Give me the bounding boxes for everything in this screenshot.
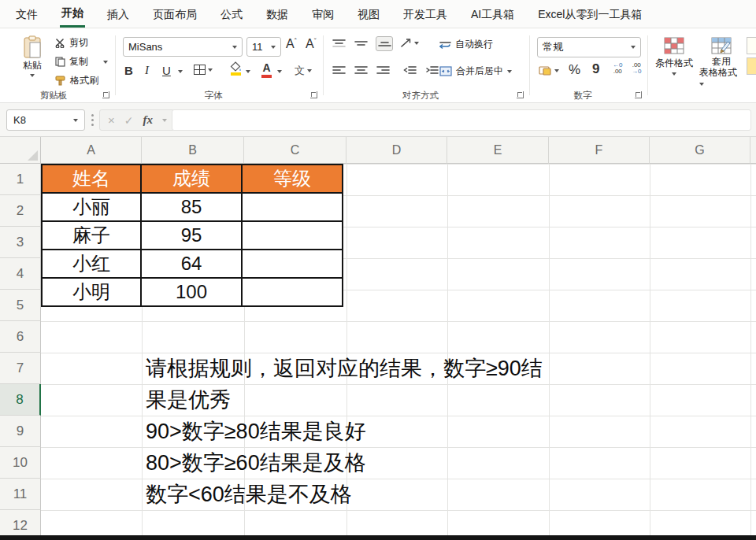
menu-tab-ai-toolbox[interactable]: AI工具箱 [469, 2, 516, 27]
shrink-font-button[interactable]: Aˇ [306, 37, 317, 51]
alignment-dialog-launcher-icon[interactable] [517, 91, 524, 98]
cell-styles-gallery-partial[interactable] [747, 37, 756, 75]
wrap-text-button[interactable]: 自动换行 [439, 38, 493, 51]
increase-decimal-button[interactable]: ←0 .00 [613, 62, 622, 75]
cell-b4[interactable]: 64 [141, 250, 242, 278]
font-color-button[interactable]: A [261, 61, 272, 78]
row-header-5[interactable]: 5 [0, 290, 41, 321]
number-format-value: 常规 [543, 40, 563, 54]
cell-b2[interactable]: 85 [141, 193, 242, 221]
valign-top-button[interactable] [332, 39, 346, 48]
font-group-label: 字体 [123, 90, 304, 102]
cell-a4[interactable]: 小红 [42, 250, 141, 278]
menu-tab-excel-toolbox[interactable]: Excel从零到一工具箱 [536, 2, 643, 27]
cell-b1[interactable]: 成绩 [141, 165, 242, 193]
row-header-9[interactable]: 9 [0, 416, 41, 447]
row-header-12[interactable]: 12 [0, 510, 41, 535]
cell-c2[interactable] [242, 193, 343, 221]
formula-enter-button[interactable]: ✓ [124, 114, 134, 127]
menu-tab-page-layout[interactable]: 页面布局 [151, 2, 198, 27]
row-header-4[interactable]: 4 [0, 258, 41, 290]
cell-c3[interactable] [242, 221, 343, 250]
number-format-select[interactable]: 常规 [537, 37, 641, 57]
accounting-format-icon [539, 65, 552, 76]
text-orientation-button[interactable] [400, 39, 419, 48]
cell-b5[interactable]: 100 [141, 278, 242, 306]
valign-middle-button[interactable] [354, 39, 368, 48]
formula-input[interactable] [172, 109, 751, 131]
merge-center-button[interactable]: 合并后居中 [439, 65, 512, 78]
menu-tab-data[interactable]: 数据 [265, 2, 290, 27]
row-header-6[interactable]: 6 [0, 321, 41, 353]
column-header-f[interactable]: F [549, 137, 650, 164]
name-box[interactable]: K8 [6, 109, 85, 131]
comma-style-button[interactable]: 9 [592, 61, 599, 77]
underline-button[interactable]: U [162, 64, 171, 77]
accounting-format-button[interactable] [539, 65, 559, 76]
phonetic-guide-button[interactable]: 文 [295, 64, 312, 78]
format-as-table-button[interactable]: 套用 表格格式 [699, 37, 743, 89]
menu-tab-view[interactable]: 视图 [356, 2, 381, 27]
format-painter-button[interactable]: 格式刷 [55, 74, 98, 87]
grow-font-button[interactable]: Aˆ [286, 37, 297, 51]
row-header-3[interactable]: 3 [0, 227, 41, 258]
menu-tab-home[interactable]: 开始 [60, 0, 85, 28]
decrease-indent-button[interactable] [403, 65, 417, 75]
cell-c1[interactable]: 等级 [242, 165, 343, 193]
increase-indent-button[interactable] [425, 65, 439, 75]
font-name-select[interactable]: MiSans [123, 37, 243, 57]
formula-bar: K8 × ✓ fx [0, 103, 756, 137]
bold-button[interactable]: B [124, 64, 133, 77]
row-header-8-selected[interactable]: 8 [0, 384, 41, 416]
column-header-g[interactable]: G [650, 137, 750, 164]
shrink-font-icon: Aˇ [306, 37, 317, 51]
cell-a1[interactable]: 姓名 [42, 165, 141, 193]
align-right-button[interactable] [376, 65, 390, 75]
align-left-button[interactable] [332, 65, 346, 75]
menu-tab-formulas[interactable]: 公式 [219, 2, 244, 27]
row-header-11[interactable]: 11 [0, 479, 41, 510]
column-header-b[interactable]: B [142, 137, 244, 164]
borders-button[interactable] [194, 65, 213, 75]
row-header-2[interactable]: 2 [0, 195, 41, 227]
menu-tab-file[interactable]: 文件 [14, 2, 39, 27]
name-box-resize-handle[interactable] [91, 114, 94, 126]
font-size-select[interactable]: 11 [246, 37, 281, 57]
percent-style-button[interactable]: % [569, 62, 580, 78]
clipboard-dialog-launcher-icon[interactable] [102, 91, 109, 98]
cell-b3[interactable]: 95 [141, 221, 242, 250]
decrease-decimal-button[interactable]: .00 →0 [632, 62, 641, 75]
italic-button[interactable]: I [145, 64, 149, 77]
insert-function-button[interactable]: fx [143, 113, 154, 127]
row-header-1[interactable]: 1 [0, 164, 41, 195]
menu-tab-review[interactable]: 审阅 [310, 2, 335, 27]
column-header-e[interactable]: E [447, 137, 549, 164]
menu-tab-insert[interactable]: 插入 [106, 2, 131, 27]
table-header-row: 姓名 成绩 等级 [42, 165, 343, 193]
font-dialog-launcher-icon[interactable] [310, 91, 317, 98]
menu-tab-developer[interactable]: 开发工具 [402, 2, 449, 27]
row-header-7[interactable]: 7 [0, 353, 41, 384]
fill-color-button[interactable] [230, 61, 242, 76]
row-header-10[interactable]: 10 [0, 447, 41, 479]
cell-a2[interactable]: 小丽 [42, 193, 141, 221]
copy-label: 复制 [69, 55, 88, 68]
cut-button[interactable]: 剪切 [55, 36, 88, 50]
formula-cancel-button[interactable]: × [108, 113, 115, 127]
column-header-c[interactable]: C [244, 137, 346, 164]
cell-a5[interactable]: 小明 [42, 278, 141, 306]
valign-bottom-button[interactable] [376, 36, 393, 51]
conditional-formatting-button[interactable]: 条件格式 [652, 37, 696, 76]
column-header-d[interactable]: D [346, 137, 447, 164]
cell-a3[interactable]: 麻子 [42, 221, 141, 250]
cell-area[interactable]: 姓名 成绩 等级 小丽 85 麻子 95 小红 64 [41, 164, 756, 535]
number-dialog-launcher-icon[interactable] [635, 91, 642, 98]
note-line: 数字<60结果是不及格 [146, 479, 543, 510]
select-all-corner[interactable] [0, 137, 41, 164]
column-header-a[interactable]: A [41, 137, 142, 164]
cell-c5[interactable] [242, 278, 343, 306]
paste-button[interactable]: 粘贴 [14, 35, 50, 77]
cell-c4[interactable] [242, 250, 343, 278]
align-center-button[interactable] [354, 65, 368, 75]
copy-button[interactable]: 复制 [55, 55, 108, 68]
